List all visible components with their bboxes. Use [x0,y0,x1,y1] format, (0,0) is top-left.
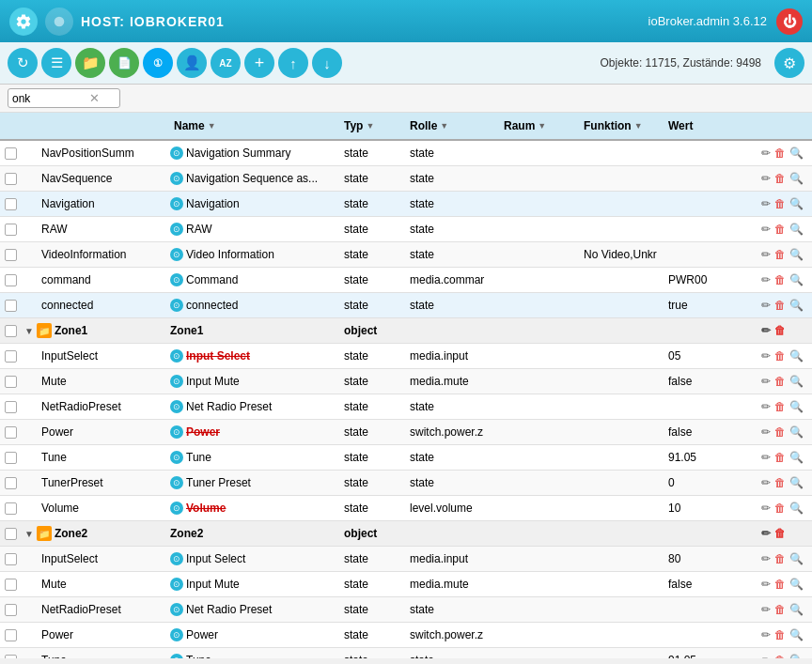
edit-icon[interactable]: ✏ [760,298,772,313]
add-button[interactable]: + [244,48,274,78]
search-icon[interactable]: 🔍 [789,196,804,211]
edit-icon[interactable]: ✏ [760,196,772,211]
row-checkbox[interactable] [5,579,17,591]
row-checkbox[interactable] [5,629,17,641]
search-icon[interactable]: 🔍 [789,146,804,161]
edit-icon[interactable]: ✏ [760,602,772,617]
search-icon[interactable]: 🔍 [789,577,804,592]
edit-icon[interactable]: ✏ [760,323,772,338]
search-icon[interactable]: 🔍 [789,551,804,566]
row-checkbox[interactable] [5,553,17,565]
search-icon[interactable]: 🔍 [789,298,804,313]
search-icon[interactable]: 🔍 [789,272,804,287]
edit-icon[interactable]: ✏ [760,577,772,592]
search-icon[interactable]: 🔍 [789,222,804,237]
delete-icon[interactable]: 🗑 [773,399,787,414]
col-header-typ[interactable]: Typ ▼ [340,119,406,132]
row-checkbox[interactable] [5,502,17,515]
delete-icon[interactable]: 🗑 [773,526,787,541]
search-input[interactable] [12,92,87,105]
search-icon[interactable]: 🔍 [789,425,804,440]
delete-icon[interactable]: 🗑 [773,577,787,592]
row-checkbox[interactable] [5,325,17,337]
delete-icon[interactable]: 🗑 [773,425,787,440]
delete-icon[interactable]: 🗑 [773,298,787,313]
row-checkbox[interactable] [5,426,17,439]
delete-icon[interactable]: 🗑 [773,653,787,658]
row-checkbox[interactable] [5,147,17,160]
delete-icon[interactable]: 🗑 [773,475,787,490]
user-button[interactable]: 👤 [177,48,207,78]
group-toggle[interactable]: ▼ [24,326,34,336]
delete-icon[interactable]: 🗑 [773,374,787,389]
search-icon[interactable]: 🔍 [789,627,804,642]
settings-button[interactable]: ⚙ [774,48,804,78]
edit-icon[interactable]: ✏ [760,171,772,186]
col-header-rolle[interactable]: Rolle ▼ [406,119,500,132]
edit-icon[interactable]: ✏ [760,551,772,566]
download-button[interactable]: ↓ [312,48,342,78]
search-icon[interactable]: 🔍 [789,171,804,186]
delete-icon[interactable]: 🗑 [773,323,787,338]
col-header-raum[interactable]: Raum ▼ [500,119,580,132]
edit-icon[interactable]: ✏ [760,526,772,541]
search-input-wrap[interactable]: ✕ [8,88,120,108]
row-checkbox[interactable] [5,477,17,489]
delete-icon[interactable]: 🗑 [773,602,787,617]
edit-icon[interactable]: ✏ [760,272,772,287]
search-icon[interactable]: 🔍 [789,450,804,465]
search-clear-button[interactable]: ✕ [87,91,102,105]
row-checkbox[interactable] [5,452,17,464]
edit-icon[interactable]: ✏ [760,653,772,658]
delete-icon[interactable]: 🗑 [773,196,787,211]
upload-button[interactable]: ↑ [278,48,308,78]
folder-button[interactable]: 📁 [75,48,105,78]
search-icon[interactable]: 🔍 [789,501,804,516]
group-toggle[interactable]: ▼ [24,529,34,539]
col-header-funktion[interactable]: Funktion ▼ [580,119,664,132]
edit-icon[interactable]: ✏ [760,501,772,516]
edit-icon[interactable]: ✏ [760,450,772,465]
delete-icon[interactable]: 🗑 [773,247,787,262]
delete-icon[interactable]: 🗑 [773,450,787,465]
edit-icon[interactable]: ✏ [760,425,772,440]
delete-icon[interactable]: 🗑 [773,272,787,287]
row-checkbox[interactable] [5,300,17,312]
row-checkbox[interactable] [5,401,17,413]
az-button[interactable]: AZ [211,48,241,78]
row-checkbox[interactable] [5,376,17,388]
search-icon[interactable]: 🔍 [789,374,804,389]
row-checkbox[interactable] [5,224,17,236]
search-icon[interactable]: 🔍 [789,399,804,414]
edit-icon[interactable]: ✏ [760,146,772,161]
row-checkbox[interactable] [5,274,17,286]
delete-icon[interactable]: 🗑 [773,627,787,642]
edit-icon[interactable]: ✏ [760,247,772,262]
search-icon[interactable]: 🔍 [789,653,804,658]
row-checkbox[interactable] [5,655,17,659]
row-checkbox[interactable] [5,528,17,540]
search-icon[interactable]: 🔍 [789,247,804,262]
search-icon[interactable]: 🔍 [789,348,804,363]
edit-icon[interactable]: ✏ [760,348,772,363]
edit-icon[interactable]: ✏ [760,627,772,642]
delete-icon[interactable]: 🗑 [773,551,787,566]
row-checkbox[interactable] [5,173,17,185]
edit-icon[interactable]: ✏ [760,374,772,389]
search-icon[interactable]: 🔍 [789,475,804,490]
row-checkbox[interactable] [5,604,17,616]
edit-icon[interactable]: ✏ [760,475,772,490]
delete-icon[interactable]: 🗑 [773,171,787,186]
power-button[interactable]: ⏻ [776,8,803,35]
refresh-button[interactable]: ↻ [8,48,38,78]
row-checkbox[interactable] [5,249,17,261]
count-button[interactable]: ① [143,48,173,78]
delete-icon[interactable]: 🗑 [773,501,787,516]
row-checkbox[interactable] [5,198,17,210]
edit-icon[interactable]: ✏ [760,399,772,414]
edit-icon[interactable]: ✏ [760,222,772,237]
col-header-name[interactable]: Name ▼ [166,119,340,132]
delete-icon[interactable]: 🗑 [773,348,787,363]
delete-icon[interactable]: 🗑 [773,146,787,161]
row-checkbox[interactable] [5,350,17,363]
